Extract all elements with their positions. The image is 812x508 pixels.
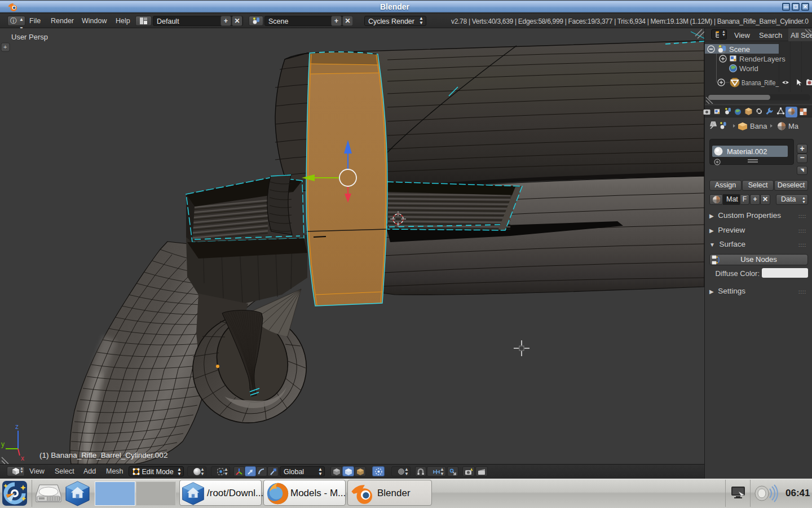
svg-text:Scene: Scene [729, 45, 750, 54]
svg-text:(1) Banana_Rifle_Barrel_Cylind: (1) Banana_Rifle_Barrel_Cylinder.002 [39, 451, 167, 459]
svg-text:+: + [3, 43, 7, 50]
svg-text:User Persp: User Persp [11, 33, 48, 41]
svg-text:z: z [15, 423, 19, 431]
svg-text:World: World [739, 64, 758, 73]
svg-text:y: y [1, 440, 5, 448]
svg-text:Ma: Ma [788, 122, 799, 130]
svg-text:Banana_Rifle_: Banana_Rifle_ [742, 79, 779, 87]
svg-text:x: x [21, 454, 24, 462]
svg-text:Bana: Bana [750, 122, 767, 130]
svg-text:RenderLayers: RenderLayers [739, 55, 785, 63]
